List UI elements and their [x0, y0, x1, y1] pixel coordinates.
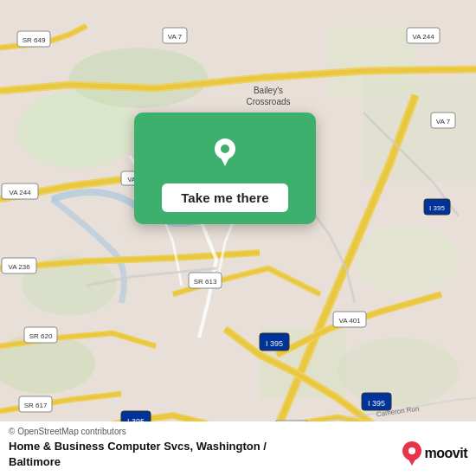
- moovit-pin-icon: [402, 441, 421, 466]
- svg-text:Bailey's: Bailey's: [254, 86, 283, 95]
- svg-text:I 395: I 395: [266, 339, 283, 348]
- svg-point-5: [355, 225, 459, 294]
- svg-text:I 395: I 395: [368, 399, 385, 408]
- location-name-line2: Baltimore: [9, 455, 61, 468]
- svg-text:VA 244: VA 244: [412, 33, 434, 41]
- popup-card: Take me there: [134, 113, 316, 224]
- location-info: Home & Business Computer Svcs, Washingto…: [9, 438, 467, 469]
- copyright-text: © OpenStreetMap contributors: [9, 427, 467, 436]
- svg-text:SR 617: SR 617: [24, 402, 48, 409]
- svg-point-9: [338, 338, 459, 407]
- bottom-bar: © OpenStreetMap contributors Home & Busi…: [0, 421, 476, 476]
- svg-text:Crossroads: Crossroads: [246, 97, 290, 106]
- svg-text:VA 7: VA 7: [436, 118, 451, 125]
- moovit-brand-text: moovit: [425, 446, 467, 461]
- svg-text:I 395: I 395: [429, 204, 445, 212]
- map-container: SR 649 VA 7 VA 244 VA 7 I 395 VA 244 VA …: [0, 0, 476, 476]
- location-name: Home & Business Computer Svcs, Washingto…: [9, 440, 267, 453]
- svg-point-2: [69, 48, 208, 108]
- svg-text:SR 649: SR 649: [23, 36, 46, 44]
- svg-text:VA 7: VA 7: [168, 33, 183, 41]
- svg-point-50: [408, 447, 415, 454]
- svg-text:VA 244: VA 244: [9, 189, 31, 196]
- svg-text:SR 620: SR 620: [29, 332, 53, 340]
- svg-marker-51: [408, 458, 416, 466]
- svg-text:VA 401: VA 401: [338, 317, 361, 325]
- svg-text:VA 236: VA 236: [8, 263, 30, 271]
- take-me-there-button[interactable]: Take me there: [162, 183, 288, 212]
- map-background: SR 649 VA 7 VA 244 VA 7 I 395 VA 244 VA …: [0, 0, 476, 476]
- moovit-logo: moovit: [402, 441, 467, 466]
- location-pin-icon: [202, 128, 248, 175]
- svg-point-47: [221, 145, 229, 153]
- svg-text:SR 613: SR 613: [194, 278, 217, 286]
